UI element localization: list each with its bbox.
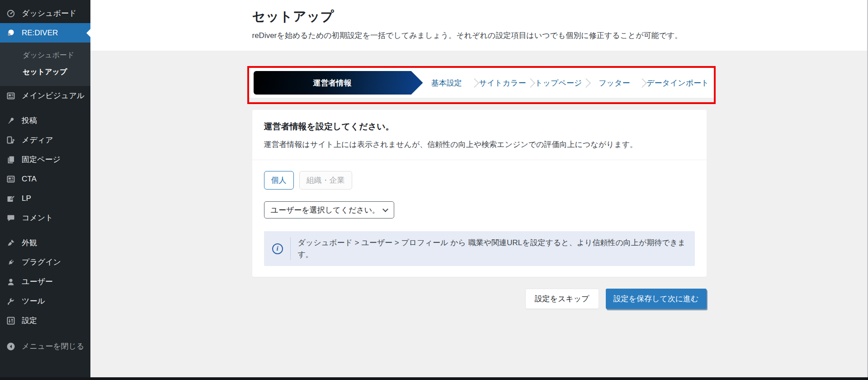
user-icon: [6, 277, 16, 287]
main-area: セットアップ reDiverを始めるための初期設定を一括でしてみましょう。それぞ…: [90, 0, 868, 377]
sidebar-item-label: 投稿: [22, 115, 37, 126]
sidebar-item-label: 設定: [22, 315, 37, 326]
media-icon: [6, 135, 16, 145]
sidebar-item-label: LP: [22, 194, 31, 203]
page-header: セットアップ reDiverを始めるための初期設定を一括でしてみましょう。それぞ…: [90, 0, 868, 51]
save-and-next-button[interactable]: 設定を保存して次に進む: [606, 289, 707, 309]
info-note-text: ダッシュボード > ユーザー > プロフィール から 職業や関連URLを設定する…: [297, 237, 686, 260]
sidebar-item-label: プラグイン: [22, 257, 61, 267]
sidebar-item-label: CTA: [22, 175, 37, 184]
divider: [252, 160, 707, 160]
sidebar-item-label: ユーザー: [22, 276, 53, 287]
sidebar-item-label: RE:DIVER: [22, 28, 58, 38]
sidebar-item-posts[interactable]: 投稿: [0, 111, 90, 130]
sidebar-item-label: メインビジュアル: [22, 90, 85, 101]
sidebar-item-appearance[interactable]: 外観: [0, 233, 90, 252]
sidebar-item-label: メディア: [22, 135, 53, 145]
sidebar-item-media[interactable]: メディア: [0, 130, 90, 150]
sidebar-item-label: ダッシュボード: [22, 8, 76, 19]
operator-info-panel: 運営者情報を設定してください。 運営者情報はサイト上には表示されませんが、信頼性…: [252, 110, 707, 277]
brush-icon: [6, 238, 16, 248]
step-footer[interactable]: フッター: [590, 78, 638, 88]
divider: [290, 237, 291, 260]
page-description: reDiverを始めるための初期設定を一括でしてみましょう。それぞれの設定項目は…: [252, 30, 707, 41]
admin-sidebar: ダッシュボード RE:DIVER ダッシュボード セットアップ メインビジュアル…: [0, 0, 90, 377]
step-basic-settings[interactable]: 基本設定: [423, 78, 471, 88]
step-top-page[interactable]: トップページ: [535, 78, 582, 88]
chevron-right-icon: [637, 78, 647, 87]
skip-settings-button[interactable]: 設定をスキップ: [525, 289, 599, 309]
operator-type-toggle: 個人 組織・企業: [264, 171, 695, 190]
step-site-color[interactable]: サイトカラー: [479, 78, 526, 88]
info-icon: i: [272, 243, 283, 254]
collapse-arrow-icon: [6, 342, 16, 352]
rediver-logo-icon: [6, 28, 16, 38]
sidebar-item-label: コメント: [22, 213, 53, 223]
user-select-value: ユーザーを選択してください。: [271, 205, 380, 215]
comment-icon: [6, 213, 16, 223]
setup-step-nav: 運営者情報 基本設定 サイトカラー トップページ フッター データインポート: [249, 68, 714, 98]
wizard-actions: 設定をスキップ 設定を保存して次に進む: [252, 289, 707, 309]
sidebar-item-pages[interactable]: 固定ページ: [0, 150, 90, 169]
page-title: セットアップ: [252, 8, 707, 26]
active-step-label: 運営者情報: [313, 78, 363, 88]
panel-description: 運営者情報はサイト上には表示されませんが、信頼性の向上や検索エンジンでの評価向上…: [264, 139, 695, 150]
sidebar-item-label: 固定ページ: [22, 154, 61, 165]
pushpin-icon: [6, 116, 16, 126]
sidebar-item-label: ツール: [22, 296, 45, 306]
sidebar-item-rediver[interactable]: RE:DIVER: [0, 23, 90, 43]
submenu-item-setup[interactable]: セットアップ: [0, 64, 90, 81]
chevron-down-icon: [382, 206, 388, 212]
type-organization-button[interactable]: 組織・企業: [299, 171, 352, 190]
chevron-right-icon: [470, 78, 479, 87]
screen-icon: [6, 91, 16, 101]
wordpress-admin-setup-page: ダッシュボード RE:DIVER ダッシュボード セットアップ メインビジュアル…: [0, 0, 868, 380]
sidebar-item-cta[interactable]: CTA: [0, 169, 90, 189]
sidebar-item-comments[interactable]: コメント: [0, 208, 90, 228]
sliders-icon: [6, 316, 16, 326]
annotation-red-rectangle: 運営者情報 基本設定 サイトカラー トップページ フッター データインポート: [247, 66, 716, 104]
window-bottom-edge: [0, 377, 868, 380]
rediver-submenu: ダッシュボード セットアップ: [0, 43, 90, 86]
sidebar-item-tools[interactable]: ツール: [0, 291, 90, 311]
sidebar-item-plugins[interactable]: プラグイン: [0, 252, 90, 272]
edit-icon: [6, 194, 16, 204]
screen-icon: [6, 174, 16, 184]
type-personal-button[interactable]: 個人: [264, 171, 294, 190]
plug-icon: [6, 257, 16, 267]
wrench-icon: [6, 296, 16, 306]
step-operator-info-active[interactable]: 運営者情報: [254, 71, 423, 95]
sidebar-item-mainvisual[interactable]: メインビジュアル: [0, 86, 90, 105]
chevron-right-icon: [581, 78, 591, 87]
step-data-import[interactable]: データインポート: [646, 78, 709, 88]
info-note-box: i ダッシュボード > ユーザー > プロフィール から 職業や関連URLを設定…: [264, 231, 695, 266]
dashboard-icon: [6, 9, 16, 19]
sidebar-item-dashboard[interactable]: ダッシュボード: [0, 4, 90, 23]
submenu-item-dashboard[interactable]: ダッシュボード: [0, 47, 90, 64]
sidebar-item-lp[interactable]: LP: [0, 189, 90, 208]
collapse-menu-label: メニューを閉じる: [22, 341, 84, 352]
pages-icon: [6, 155, 16, 165]
sidebar-item-users[interactable]: ユーザー: [0, 272, 90, 291]
user-select-dropdown[interactable]: ユーザーを選択してください。: [264, 201, 394, 218]
sidebar-item-label: 外観: [22, 238, 37, 248]
panel-heading: 運営者情報を設定してください。: [264, 121, 695, 133]
chevron-right-icon: [526, 78, 535, 87]
collapse-menu-button[interactable]: メニューを閉じる: [0, 337, 90, 356]
sidebar-item-settings[interactable]: 設定: [0, 311, 90, 330]
